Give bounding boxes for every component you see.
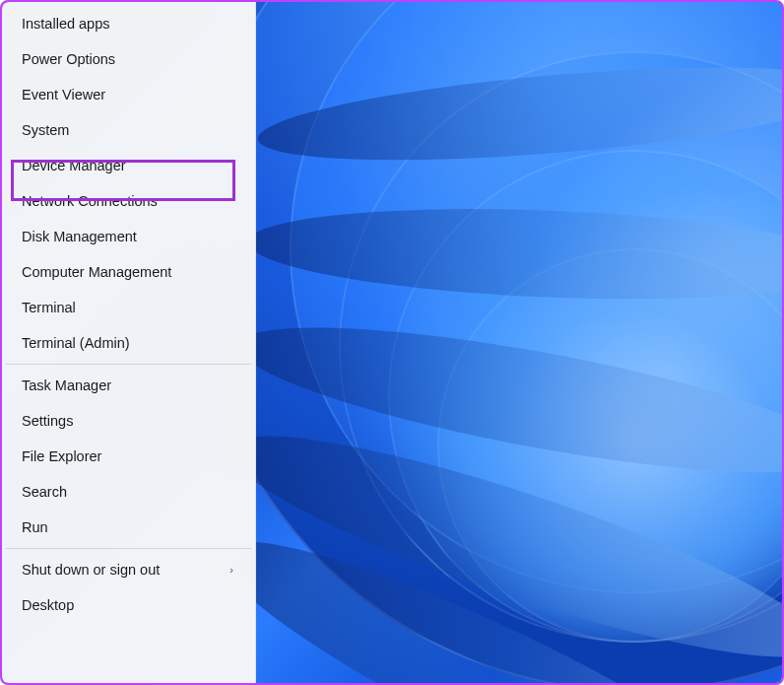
menu-item-desktop[interactable]: Desktop — [2, 587, 255, 623]
menu-item-terminal[interactable]: Terminal — [2, 290, 255, 325]
menu-item-shut-down-or-sign-out[interactable]: Shut down or sign out› — [2, 552, 255, 587]
menu-item-network-connections[interactable]: Network Connections — [2, 183, 255, 219]
menu-item-label: Shut down or sign out — [22, 562, 160, 578]
menu-separator — [6, 548, 251, 549]
menu-item-installed-apps[interactable]: Installed apps — [2, 6, 255, 41]
menu-item-label: Task Manager — [22, 377, 111, 393]
chevron-right-icon: › — [229, 564, 233, 576]
menu-item-label: Settings — [22, 413, 73, 429]
menu-item-terminal-admin[interactable]: Terminal (Admin) — [2, 325, 255, 361]
menu-item-label: Run — [22, 519, 48, 535]
menu-item-label: Terminal — [22, 300, 76, 315]
menu-item-device-manager[interactable]: Device Manager — [2, 148, 255, 183]
menu-item-label: File Explorer — [22, 448, 101, 464]
menu-item-label: Disk Management — [22, 229, 137, 244]
menu-item-disk-management[interactable]: Disk Management — [2, 219, 255, 254]
menu-item-label: Installed apps — [22, 16, 109, 32]
menu-item-settings[interactable]: Settings — [2, 403, 255, 439]
menu-item-label: Network Connections — [22, 193, 158, 209]
menu-item-label: Terminal (Admin) — [22, 335, 130, 351]
menu-item-search[interactable]: Search — [2, 474, 255, 510]
menu-item-label: Device Manager — [22, 158, 126, 173]
menu-item-label: Search — [22, 484, 67, 500]
menu-item-file-explorer[interactable]: File Explorer — [2, 439, 255, 474]
menu-item-label: Desktop — [22, 597, 74, 613]
menu-item-event-viewer[interactable]: Event Viewer — [2, 77, 255, 112]
menu-item-label: Power Options — [22, 51, 115, 67]
menu-item-task-manager[interactable]: Task Manager — [2, 368, 255, 403]
menu-item-label: Computer Management — [22, 264, 171, 280]
menu-item-system[interactable]: System — [2, 112, 255, 148]
winx-context-menu: Installed appsPower OptionsEvent ViewerS… — [2, 2, 256, 683]
menu-item-label: System — [22, 122, 69, 138]
menu-item-power-options[interactable]: Power Options — [2, 41, 255, 77]
menu-item-run[interactable]: Run — [2, 510, 255, 545]
menu-separator — [6, 364, 251, 365]
menu-item-computer-management[interactable]: Computer Management — [2, 254, 255, 290]
menu-item-label: Event Viewer — [22, 87, 105, 103]
